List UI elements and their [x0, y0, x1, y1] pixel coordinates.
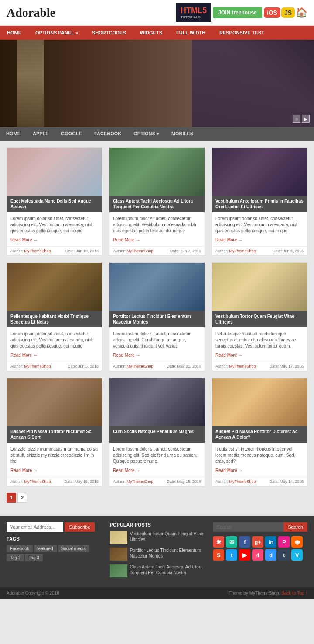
social-icon-1[interactable]: ✉	[226, 536, 237, 548]
read-more-8[interactable]: Read More →	[215, 468, 242, 473]
house-icon: 🏠	[296, 7, 307, 18]
post-meta-2: Author: MyThemeShop Date: Jun 6, 2016	[212, 246, 307, 255]
social-icon-7[interactable]: S	[213, 549, 224, 561]
social-icon-8[interactable]: t	[226, 549, 237, 561]
social-icon-10[interactable]: 4	[252, 549, 263, 561]
post-author-6[interactable]: MyThemeShop	[24, 479, 51, 484]
tag-social-media[interactable]: Social media	[58, 545, 89, 552]
popular-posts: Vestibulum Tortor Quam Feugiat Vitae Ult…	[110, 531, 205, 577]
social-icon-12[interactable]: t	[278, 549, 290, 561]
nav-item-fullwidth[interactable]: FULL WIDTH	[169, 26, 212, 40]
hero-next-btn[interactable]: ▶	[302, 115, 310, 123]
post-card-1: Class Aptent Taciti Aociosqu Ad Litora T…	[109, 147, 205, 256]
sec-nav-apple[interactable]: APPLE	[27, 127, 55, 141]
post-card-2: Vestibulum Ante Ipsum Primis In Faucibus…	[212, 147, 307, 256]
tag-facebook[interactable]: Facebook	[7, 545, 33, 552]
banner-html5[interactable]: HTML5 TUTORIALS	[176, 3, 211, 22]
email-input[interactable]	[7, 522, 63, 532]
nav-link-home[interactable]: HOME	[0, 26, 28, 40]
site-logo: Adorable	[7, 6, 55, 20]
sec-nav-mobiles[interactable]: MOBILES	[165, 127, 199, 141]
social-icon-9[interactable]: ▶	[239, 549, 250, 561]
post-author-3[interactable]: MyThemeShop	[24, 364, 51, 368]
read-more-5[interactable]: Read More →	[215, 353, 242, 358]
nav-item-home[interactable]: HOME	[0, 26, 28, 40]
footer-search-input[interactable]	[213, 522, 283, 532]
sec-nav-google[interactable]: GOOGLE	[55, 127, 88, 141]
post-date-1: Date: Jun 7, 2016	[170, 249, 201, 253]
nav-link-shortcodes[interactable]: SHORTCODES	[85, 26, 133, 40]
nav-link-widgets[interactable]: WIDGETS	[133, 26, 169, 40]
footer-center: POPULAR POSTS Vestibulum Tortor Quam Feu…	[110, 522, 205, 581]
read-more-0[interactable]: Read More →	[10, 238, 38, 242]
sec-nav-facebook[interactable]: FACEBOOK	[88, 127, 127, 141]
social-icon-13[interactable]: V	[291, 549, 303, 561]
post-meta-5: Author: MyThemeShop Date: May 17, 2016	[212, 362, 307, 371]
post-author-label-6: Author: MyThemeShop	[10, 479, 51, 484]
sec-nav-home[interactable]: HOME	[0, 127, 27, 141]
social-icon-6[interactable]: ◉	[291, 536, 303, 548]
social-icon-4[interactable]: in	[265, 536, 276, 548]
post-body-8: It quis est sit integer rhoncus integer …	[212, 443, 307, 477]
social-icon-3[interactable]: g+	[252, 536, 263, 548]
theme-credit: Theme by MyThemeShop. Back to Top ↑	[229, 591, 307, 596]
tag-tag-2[interactable]: Tag 2	[7, 554, 24, 561]
hero-prev-btn[interactable]: ○	[293, 115, 300, 123]
popular-title-0[interactable]: Vestibulum Tortor Quam Feugiat Vitae Ult…	[130, 531, 205, 542]
post-title-8: Aliquet Pid Massa Porttitor Dictumst Ac …	[212, 426, 307, 443]
post-date-0: Date: Jun 10, 2016	[65, 249, 99, 253]
popular-post-0: Vestibulum Tortor Quam Feugiat Vitae Ult…	[110, 531, 205, 544]
post-excerpt-8: It quis est sit integer rhoncus integer …	[215, 446, 304, 465]
post-date-8: Date: May 14, 2016	[269, 479, 304, 484]
post-card-7: Cum Sociis Natoque Penatibus Magnis Lore…	[109, 378, 205, 486]
nav-item-widgets[interactable]: WIDGETS	[133, 26, 169, 40]
nav-link-fullwidth[interactable]: FULL WIDTH	[169, 26, 212, 40]
post-image-4	[109, 263, 205, 311]
read-more-3[interactable]: Read More →	[10, 353, 38, 358]
sec-nav-options[interactable]: OPTIONS ▾	[127, 127, 165, 141]
post-author-1[interactable]: MyThemeShop	[127, 249, 154, 253]
post-title-0: Eget Malesuada Nunc Delis Sed Augue Aene…	[7, 196, 102, 212]
post-meta-7: Author: MyThemeShop Date: May 15, 2016	[109, 477, 205, 486]
post-author-2[interactable]: MyThemeShop	[229, 249, 256, 253]
social-icon-0[interactable]: ❋	[213, 536, 224, 548]
footer-tags: TAGS FacebookfeaturedSocial mediaTag 2Ta…	[7, 536, 101, 562]
nav-link-options[interactable]: OPTIONS PANEL »	[28, 26, 85, 40]
page-1-btn[interactable]: 1	[7, 493, 16, 503]
read-more-2[interactable]: Read More →	[215, 238, 242, 242]
subscribe-button[interactable]: Subscribe	[65, 522, 95, 532]
read-more-4[interactable]: Read More →	[113, 353, 140, 358]
social-icon-11[interactable]: d	[265, 549, 276, 561]
post-author-8[interactable]: MyThemeShop	[229, 479, 256, 484]
social-icon-5[interactable]: P	[278, 536, 290, 548]
page-2-btn[interactable]: 2	[17, 493, 27, 503]
footer-right: Search ❋✉fg+inP◉St▶4dtV	[213, 522, 307, 581]
post-author-4[interactable]: MyThemeShop	[127, 364, 154, 368]
read-more-6[interactable]: Read More →	[10, 468, 38, 473]
tag-featured[interactable]: featured	[34, 545, 57, 552]
tag-tag-3[interactable]: Tag 3	[25, 554, 42, 561]
social-icon-2[interactable]: f	[239, 536, 250, 548]
back-to-top[interactable]: Back to Top ↑	[281, 591, 307, 596]
read-more-1[interactable]: Read More →	[113, 238, 140, 242]
post-excerpt-2: Lorem ipsum dolor sit amet, consectetur …	[215, 216, 304, 234]
footer-search-button[interactable]: Search	[283, 522, 307, 532]
popular-title-1[interactable]: Porttitor Lectus Tincidunt Elementum Nas…	[130, 548, 205, 559]
popular-title-2[interactable]: Class Aptent Taciti Aociosqu Ad Litora T…	[130, 564, 205, 575]
post-meta-3: Author: MyThemeShop Date: Jun 5, 2016	[7, 362, 102, 371]
post-body-0: Lorem ipsum dolor sit amet, consectetur …	[7, 212, 102, 246]
post-card-3: Pellentesque Habitant Morbi Tristique Se…	[7, 262, 102, 371]
post-author-5[interactable]: MyThemeShop	[229, 364, 256, 368]
post-author-0[interactable]: MyThemeShop	[24, 249, 51, 253]
nav-item-options[interactable]: OPTIONS PANEL »	[28, 26, 85, 40]
post-author-label-2: Author: MyThemeShop	[215, 249, 256, 253]
read-more-7[interactable]: Read More →	[113, 468, 140, 473]
nav-item-shortcodes[interactable]: SHORTCODES	[85, 26, 133, 40]
nav-item-responsive[interactable]: RESPONSIVE TEST	[212, 26, 271, 40]
post-image-6	[7, 378, 102, 426]
site-footer: Subscribe TAGS FacebookfeaturedSocial me…	[0, 516, 314, 587]
post-meta-4: Author: MyThemeShop Date: May 21, 2016	[109, 362, 205, 371]
banner-treehouse[interactable]: JOIN treehouse	[213, 7, 262, 18]
nav-link-responsive[interactable]: RESPONSIVE TEST	[212, 26, 271, 40]
post-author-7[interactable]: MyThemeShop	[127, 479, 154, 484]
